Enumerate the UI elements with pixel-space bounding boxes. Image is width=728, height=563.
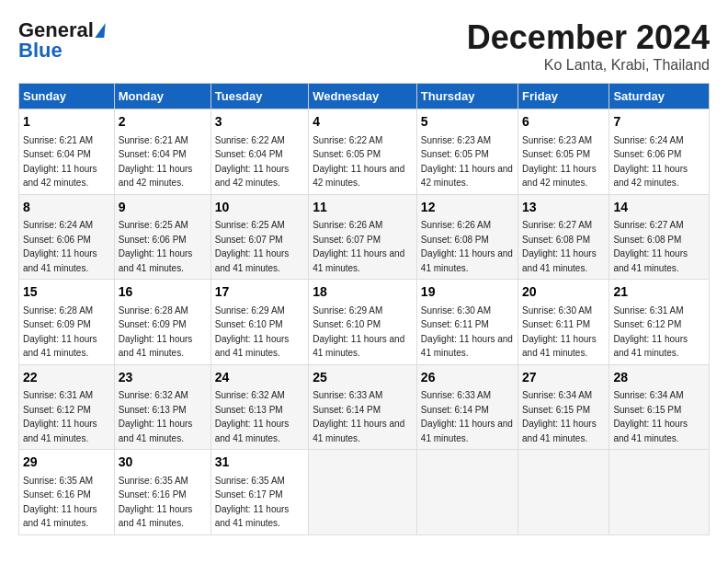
day-number: 11 (313, 199, 413, 217)
day-number: 27 (522, 369, 605, 387)
title-block: December 2024 Ko Lanta, Krabi, Thailand (467, 18, 710, 74)
calendar-cell: 15 Sunrise: 6:28 AMSunset: 6:09 PMDaylig… (19, 280, 115, 365)
day-info: Sunrise: 6:27 AMSunset: 6:08 PMDaylight:… (522, 220, 597, 273)
dow-wednesday: Wednesday (309, 84, 417, 109)
day-number: 1 (23, 113, 110, 132)
dow-sunday: Sunday (19, 84, 115, 109)
day-number: 16 (119, 283, 207, 302)
calendar-cell: 19 Sunrise: 6:30 AMSunset: 6:11 PMDaylig… (416, 280, 518, 365)
day-number: 28 (613, 369, 705, 387)
page-title: December 2024 (467, 18, 710, 57)
day-number: 17 (215, 283, 304, 302)
calendar-cell: 18 Sunrise: 6:29 AMSunset: 6:10 PMDaylig… (309, 280, 417, 365)
day-info: Sunrise: 6:31 AMSunset: 6:12 PMDaylight:… (23, 390, 97, 443)
calendar-cell: 8 Sunrise: 6:24 AMSunset: 6:06 PMDayligh… (19, 194, 115, 280)
calendar-table: SundayMondayTuesdayWednesdayThursdayFrid… (18, 83, 710, 535)
calendar-cell: 2 Sunrise: 6:21 AMSunset: 6:04 PMDayligh… (114, 109, 210, 195)
day-info: Sunrise: 6:34 AMSunset: 6:15 PMDaylight:… (522, 390, 597, 443)
dow-saturday: Saturday (609, 84, 710, 109)
day-info: Sunrise: 6:35 AMSunset: 6:16 PMDaylight:… (23, 476, 97, 529)
day-info: Sunrise: 6:34 AMSunset: 6:15 PMDaylight:… (613, 390, 688, 443)
calendar-cell: 21 Sunrise: 6:31 AMSunset: 6:12 PMDaylig… (609, 280, 710, 365)
day-number: 8 (23, 199, 110, 217)
day-info: Sunrise: 6:33 AMSunset: 6:14 PMDaylight:… (421, 390, 513, 443)
calendar-cell: 26 Sunrise: 6:33 AMSunset: 6:14 PMDaylig… (416, 364, 518, 450)
day-info: Sunrise: 6:24 AMSunset: 6:06 PMDaylight:… (613, 135, 688, 189)
day-info: Sunrise: 6:23 AMSunset: 6:05 PMDaylight:… (421, 135, 513, 189)
day-info: Sunrise: 6:25 AMSunset: 6:07 PMDaylight:… (215, 220, 290, 273)
day-info: Sunrise: 6:28 AMSunset: 6:09 PMDaylight:… (119, 305, 193, 359)
day-number: 10 (215, 199, 304, 217)
day-info: Sunrise: 6:24 AMSunset: 6:06 PMDaylight:… (23, 220, 97, 273)
calendar-cell: 4 Sunrise: 6:22 AMSunset: 6:05 PMDayligh… (309, 109, 417, 195)
dow-tuesday: Tuesday (210, 84, 308, 109)
calendar-cell: 23 Sunrise: 6:32 AMSunset: 6:13 PMDaylig… (114, 364, 210, 450)
day-info: Sunrise: 6:29 AMSunset: 6:10 PMDaylight:… (215, 305, 290, 359)
calendar-row-3: 15 Sunrise: 6:28 AMSunset: 6:09 PMDaylig… (19, 280, 710, 365)
calendar-cell: 24 Sunrise: 6:32 AMSunset: 6:13 PMDaylig… (210, 364, 308, 450)
day-info: Sunrise: 6:35 AMSunset: 6:16 PMDaylight:… (119, 476, 193, 529)
day-info: Sunrise: 6:35 AMSunset: 6:17 PMDaylight:… (215, 476, 290, 529)
day-number: 29 (23, 454, 110, 472)
calendar-row-4: 22 Sunrise: 6:31 AMSunset: 6:12 PMDaylig… (19, 364, 710, 450)
calendar-cell: 28 Sunrise: 6:34 AMSunset: 6:15 PMDaylig… (609, 364, 710, 450)
calendar-cell: 10 Sunrise: 6:25 AMSunset: 6:07 PMDaylig… (210, 194, 308, 280)
day-number: 25 (313, 369, 413, 387)
calendar-cell: 20 Sunrise: 6:30 AMSunset: 6:11 PMDaylig… (518, 280, 609, 365)
day-info: Sunrise: 6:22 AMSunset: 6:04 PMDaylight:… (215, 135, 290, 189)
day-number: 3 (215, 113, 304, 132)
calendar-cell: 25 Sunrise: 6:33 AMSunset: 6:14 PMDaylig… (309, 364, 417, 450)
day-info: Sunrise: 6:33 AMSunset: 6:14 PMDaylight:… (313, 390, 404, 443)
page-header: General Blue December 2024 Ko Lanta, Kra… (18, 18, 710, 74)
day-info: Sunrise: 6:25 AMSunset: 6:06 PMDaylight:… (119, 220, 193, 273)
dow-friday: Friday (518, 84, 609, 109)
calendar-cell: 13 Sunrise: 6:27 AMSunset: 6:08 PMDaylig… (518, 194, 609, 280)
day-number: 24 (215, 369, 304, 387)
day-number: 6 (522, 113, 605, 132)
logo-blue: Blue (18, 39, 63, 63)
calendar-row-5: 29 Sunrise: 6:35 AMSunset: 6:16 PMDaylig… (19, 450, 710, 535)
day-info: Sunrise: 6:23 AMSunset: 6:05 PMDaylight:… (522, 135, 597, 189)
day-info: Sunrise: 6:32 AMSunset: 6:13 PMDaylight:… (215, 390, 290, 443)
calendar-cell: 16 Sunrise: 6:28 AMSunset: 6:09 PMDaylig… (114, 280, 210, 365)
day-info: Sunrise: 6:30 AMSunset: 6:11 PMDaylight:… (421, 305, 513, 359)
day-info: Sunrise: 6:28 AMSunset: 6:09 PMDaylight:… (23, 305, 97, 359)
calendar-cell (416, 450, 518, 535)
calendar-cell: 11 Sunrise: 6:26 AMSunset: 6:07 PMDaylig… (309, 194, 417, 280)
calendar-cell: 17 Sunrise: 6:29 AMSunset: 6:10 PMDaylig… (210, 280, 308, 365)
day-number: 13 (522, 199, 605, 217)
calendar-cell (518, 450, 609, 535)
day-number: 22 (23, 369, 110, 387)
day-number: 12 (421, 199, 514, 217)
logo: General Blue (18, 18, 105, 63)
calendar-cell: 31 Sunrise: 6:35 AMSunset: 6:17 PMDaylig… (210, 450, 308, 535)
calendar-row-1: 1 Sunrise: 6:21 AMSunset: 6:04 PMDayligh… (19, 109, 710, 195)
calendar-cell: 6 Sunrise: 6:23 AMSunset: 6:05 PMDayligh… (518, 109, 609, 195)
calendar-cell: 27 Sunrise: 6:34 AMSunset: 6:15 PMDaylig… (518, 364, 609, 450)
day-number: 7 (613, 113, 705, 132)
day-number: 20 (522, 283, 605, 302)
calendar-cell: 29 Sunrise: 6:35 AMSunset: 6:16 PMDaylig… (19, 450, 115, 535)
day-number: 21 (613, 283, 705, 302)
dow-thursday: Thursday (416, 84, 518, 109)
day-info: Sunrise: 6:21 AMSunset: 6:04 PMDaylight:… (119, 135, 193, 189)
day-info: Sunrise: 6:26 AMSunset: 6:08 PMDaylight:… (421, 220, 513, 273)
calendar-cell: 12 Sunrise: 6:26 AMSunset: 6:08 PMDaylig… (416, 194, 518, 280)
dow-monday: Monday (114, 84, 210, 109)
day-info: Sunrise: 6:22 AMSunset: 6:05 PMDaylight:… (313, 135, 404, 189)
day-info: Sunrise: 6:21 AMSunset: 6:04 PMDaylight:… (23, 135, 97, 189)
calendar-cell (309, 450, 417, 535)
day-number: 14 (613, 199, 705, 217)
day-number: 30 (119, 454, 207, 472)
day-number: 18 (313, 283, 413, 302)
day-number: 23 (119, 369, 207, 387)
calendar-cell: 30 Sunrise: 6:35 AMSunset: 6:16 PMDaylig… (114, 450, 210, 535)
calendar-cell: 1 Sunrise: 6:21 AMSunset: 6:04 PMDayligh… (19, 109, 115, 195)
calendar-cell: 7 Sunrise: 6:24 AMSunset: 6:06 PMDayligh… (609, 109, 710, 195)
days-of-week-header: SundayMondayTuesdayWednesdayThursdayFrid… (19, 84, 710, 109)
calendar-cell (609, 450, 710, 535)
day-number: 4 (313, 113, 413, 132)
day-number: 2 (119, 113, 207, 132)
day-number: 31 (215, 454, 304, 472)
calendar-cell: 14 Sunrise: 6:27 AMSunset: 6:08 PMDaylig… (609, 194, 710, 280)
